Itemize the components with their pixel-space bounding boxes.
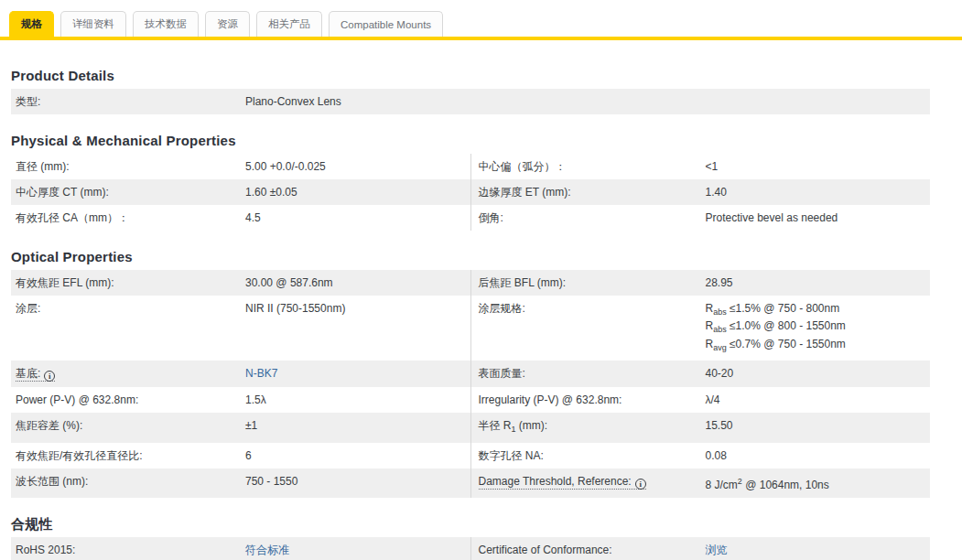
spec-label-text: 波长范围 (nm): xyxy=(16,475,88,488)
spec-label-text: 数字孔径 NA: xyxy=(479,449,544,462)
spec-label: 表面质量: xyxy=(471,367,706,381)
spec-value: 750 - 1550 xyxy=(245,475,470,489)
spec-cell: 后焦距 BFL (mm):28.95 xyxy=(470,270,931,296)
spec-label-text: 涂层规格: xyxy=(479,302,525,315)
spec-cell: 半径 R1 (mm):15.50 xyxy=(470,413,931,442)
spec-label: 波长范围 (nm): xyxy=(11,475,245,489)
spec-cell: 涂层规格:Rabs ≤1.5% @ 750 - 800nmRabs ≤1.0% … xyxy=(470,296,931,361)
spec-value: 30.00 @ 587.6nm xyxy=(245,276,470,290)
spec-row: 有效孔径 CA（mm）：4.5倒角:Protective bevel as ne… xyxy=(11,205,930,231)
spec-value: 1.60 ±0.05 xyxy=(245,186,470,199)
spec-table: 类型:Plano-Convex Lens xyxy=(11,89,930,114)
spec-cell: 直径 (mm):5.00 +0.0/-0.025 xyxy=(11,154,470,179)
tab-tech-data[interactable]: 技术数据 xyxy=(133,11,199,37)
section-optical-properties: Optical Properties有效焦距 EFL (mm):30.00 @ … xyxy=(11,249,930,498)
spec-value: 15.50 xyxy=(706,419,931,433)
spec-row: 直径 (mm):5.00 +0.0/-0.025中心偏（弧分）：<1 xyxy=(11,154,930,179)
spec-value: Plano-Convex Lens xyxy=(245,95,930,109)
spec-label-text: 边缘厚度 ET (mm): xyxy=(479,186,571,199)
section-product-details: Product Details类型:Plano-Convex Lens xyxy=(11,68,930,114)
spec-value: 符合标准 xyxy=(245,544,470,557)
spec-cell: 数字孔径 NA:0.08 xyxy=(470,443,931,468)
spec-value: NIR II (750-1550nm) xyxy=(245,302,470,316)
spec-cell: 倒角:Protective bevel as needed xyxy=(470,205,931,231)
spec-value: 0.08 xyxy=(706,449,931,463)
spec-cell: 焦距容差 (%):±1 xyxy=(11,413,470,442)
spec-row: Power (P-V) @ 632.8nm:1.5λIrregularity (… xyxy=(11,387,930,413)
spec-row: 有效焦距 EFL (mm):30.00 @ 587.6nm后焦距 BFL (mm… xyxy=(11,270,930,296)
tab-compatible-mounts[interactable]: Compatible Mounts xyxy=(329,11,443,37)
spec-label-text: 中心偏（弧分）： xyxy=(479,160,567,173)
spec-row: 基底:iN-BK7表面质量:40-20 xyxy=(11,361,930,387)
info-icon[interactable]: i xyxy=(44,371,55,382)
spec-row: 类型:Plano-Convex Lens xyxy=(11,89,930,114)
spec-label-text: Irregularity (P-V) @ 632.8nm: xyxy=(479,393,622,406)
spec-cell: 中心厚度 CT (mm):1.60 ±0.05 xyxy=(11,179,470,205)
accent-bar xyxy=(0,37,962,40)
spec-label-text: 半径 R1 (mm): xyxy=(479,419,548,432)
spec-label-text: 后焦距 BFL (mm): xyxy=(479,276,567,289)
section-title: Physical & Mechanical Properties xyxy=(11,133,930,148)
spec-value: 4.5 xyxy=(245,211,470,225)
spec-cell: 表面质量:40-20 xyxy=(470,361,931,387)
spec-label: 有效焦距 EFL (mm): xyxy=(11,276,245,290)
spec-value: 5.00 +0.0/-0.025 xyxy=(245,160,470,174)
spec-cell: 涂层:NIR II (750-1550nm) xyxy=(11,296,470,361)
spec-content: Product Details类型:Plano-Convex LensPhysi… xyxy=(11,68,930,560)
spec-value: 40-20 xyxy=(706,367,931,381)
spec-label: 有效孔径 CA（mm）： xyxy=(11,211,245,225)
spec-cell: Certificate of Conformance:浏览 xyxy=(470,537,931,560)
spec-label: Irregularity (P-V) @ 632.8nm: xyxy=(471,393,706,407)
spec-value: ±1 xyxy=(245,419,470,433)
spec-row: 焦距容差 (%):±1半径 R1 (mm):15.50 xyxy=(11,413,930,442)
spec-label-text: 有效焦距 EFL (mm): xyxy=(16,276,114,289)
spec-value: <1 xyxy=(706,160,931,174)
spec-cell: 边缘厚度 ET (mm):1.40 xyxy=(470,179,931,205)
section-title: Product Details xyxy=(11,68,930,83)
spec-label-text: 类型: xyxy=(16,95,40,108)
spec-value-link[interactable]: 浏览 xyxy=(706,544,728,556)
spec-cell: 有效焦距 EFL (mm):30.00 @ 587.6nm xyxy=(11,270,470,296)
spec-cell: 有效孔径 CA（mm）：4.5 xyxy=(11,205,470,231)
spec-label: 中心厚度 CT (mm): xyxy=(11,186,245,199)
spec-row: RoHS 2015:符合标准Certificate of Conformance… xyxy=(11,537,930,560)
spec-value: Protective bevel as needed xyxy=(706,211,931,225)
tab-bar: 规格详细资料技术数据资源相关产品Compatible Mounts xyxy=(0,0,962,40)
spec-value-link[interactable]: N-BK7 xyxy=(245,367,277,380)
spec-cell: 类型:Plano-Convex Lens xyxy=(11,89,930,114)
tab-related-products[interactable]: 相关产品 xyxy=(256,11,322,37)
section-title: 合规性 xyxy=(11,516,930,532)
tab-details[interactable]: 详细资料 xyxy=(60,11,126,37)
spec-value: 6 xyxy=(245,449,470,463)
spec-label-text: 中心厚度 CT (mm): xyxy=(16,186,109,199)
spec-label: 基底:i xyxy=(11,367,245,382)
tab-list: 规格详细资料技术数据资源相关产品Compatible Mounts xyxy=(0,11,962,37)
spec-value: 28.95 xyxy=(706,276,931,290)
spec-value: Rabs ≤1.5% @ 750 - 800nmRabs ≤1.0% @ 800… xyxy=(706,302,931,355)
spec-label: 涂层: xyxy=(11,302,245,316)
spec-cell: Power (P-V) @ 632.8nm:1.5λ xyxy=(11,387,470,413)
spec-value: 8 J/cm2 @ 1064nm, 10ns xyxy=(706,475,931,492)
spec-label-text: 有效焦距/有效孔径直径比: xyxy=(16,449,143,462)
section-physical-mechanical: Physical & Mechanical Properties直径 (mm):… xyxy=(11,133,930,231)
spec-row: 波长范围 (nm):750 - 1550Damage Threshold, Re… xyxy=(11,468,930,498)
info-icon[interactable]: i xyxy=(635,479,646,490)
tab-resources[interactable]: 资源 xyxy=(205,11,250,37)
spec-label-text[interactable]: 基底:i xyxy=(16,367,55,382)
spec-value: 1.5λ xyxy=(245,393,470,407)
spec-label-text: 涂层: xyxy=(16,302,40,315)
spec-label: 边缘厚度 ET (mm): xyxy=(471,186,706,199)
spec-label-text: 直径 (mm): xyxy=(16,160,70,173)
spec-label-text[interactable]: Damage Threshold, Reference:i xyxy=(479,475,646,490)
spec-value-link[interactable]: 符合标准 xyxy=(245,544,289,556)
tab-specs[interactable]: 规格 xyxy=(9,11,54,37)
spec-label-text: Certificate of Conformance: xyxy=(479,544,612,556)
section-compliance: 合规性RoHS 2015:符合标准Certificate of Conforma… xyxy=(11,516,930,560)
spec-label: 中心偏（弧分）： xyxy=(471,160,706,174)
spec-cell: RoHS 2015:符合标准 xyxy=(11,537,470,560)
spec-label-text: RoHS 2015: xyxy=(16,544,75,556)
spec-cell: 中心偏（弧分）：<1 xyxy=(470,154,931,179)
spec-label: 直径 (mm): xyxy=(11,160,245,174)
spec-label: Damage Threshold, Reference:i xyxy=(471,475,706,490)
spec-table: RoHS 2015:符合标准Certificate of Conformance… xyxy=(11,537,930,560)
